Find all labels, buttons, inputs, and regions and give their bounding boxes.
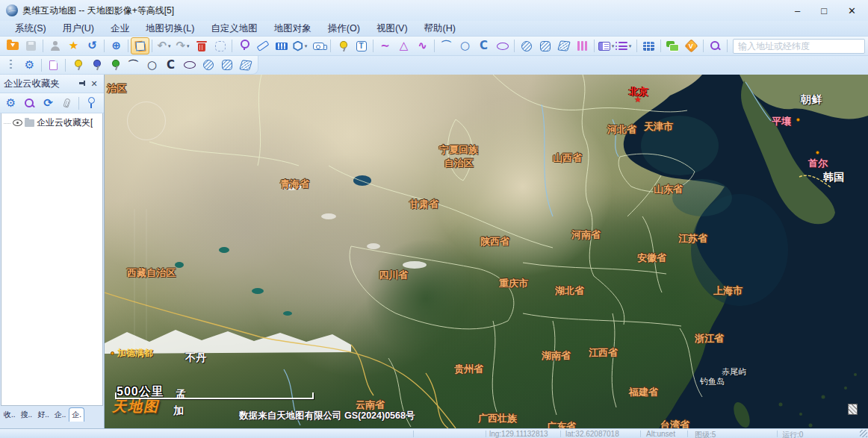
filled-circle-icon [521, 41, 532, 51]
dropdown-arrow-icon[interactable]: ▾ [168, 43, 171, 49]
object-list-icon[interactable]: ▾ [616, 37, 634, 54]
filled-polygon2-icon[interactable] [236, 57, 255, 74]
resize-grip[interactable] [860, 430, 867, 437]
menu-item-2[interactable]: 企业 [103, 22, 137, 36]
open-arc-dark-icon[interactable]: C [161, 57, 180, 74]
filled-polygon-icon[interactable] [554, 37, 573, 54]
autohide-pin-icon[interactable] [76, 78, 88, 90]
chat-icon[interactable] [663, 37, 682, 54]
menu-item-6[interactable]: 操作(O) [320, 22, 368, 36]
measure-area-icon[interactable] [272, 37, 291, 54]
data-table-icon[interactable] [639, 37, 658, 54]
dropdown-arrow-icon[interactable]: ▾ [629, 43, 632, 49]
dropdown-arrow-icon[interactable]: ▾ [305, 43, 308, 49]
circle-dark-icon[interactable]: ○ [143, 57, 161, 74]
sidebar-close-icon[interactable]: ✕ [88, 78, 100, 90]
pushpin-green-icon[interactable] [105, 57, 124, 74]
redo-button[interactable]: ↷▾ [173, 37, 192, 54]
sidebar-tabs: 收..搜..好..企..企. [0, 406, 104, 422]
track-route-icon[interactable]: ↺ [83, 37, 102, 54]
sidebar-tab-0[interactable]: 收.. [1, 408, 18, 422]
map-label: 河南省 [571, 228, 601, 242]
folder-icon [25, 119, 34, 127]
status-item-0: lng:129.11132813 [489, 430, 548, 438]
sidebar-settings-icon[interactable]: ⚙ [1, 95, 20, 112]
undo-button[interactable]: ↶▾ [155, 37, 173, 54]
user-icon[interactable] [46, 37, 64, 54]
sidebar-tab-3[interactable]: 企.. [52, 408, 69, 422]
sidebar-tab-2[interactable]: 好.. [35, 408, 52, 422]
filled-rect-icon[interactable] [536, 37, 554, 54]
close-button[interactable]: ✕ [848, 6, 856, 16]
map-label: 江苏省 [678, 232, 707, 245]
sidebar-refresh-icon[interactable]: ⟳ [39, 95, 58, 112]
visibility-eye-icon[interactable] [13, 119, 22, 126]
drag-grip[interactable] [1, 57, 20, 74]
favorite-star-icon[interactable]: ★ [64, 37, 83, 54]
sidebar-list-icon[interactable] [100, 95, 104, 112]
delete-icon[interactable] [192, 37, 211, 54]
lasso-select-icon[interactable] [211, 37, 229, 54]
app-logo-icon [6, 4, 18, 16]
address-search-input[interactable] [733, 39, 865, 54]
filled-rect2-icon[interactable] [217, 57, 236, 74]
globe-icon[interactable]: ⊕ [107, 37, 125, 54]
filled-circle2-icon[interactable] [199, 57, 217, 74]
menu-item-3[interactable]: 地图切换(L) [138, 22, 202, 36]
circle-icon[interactable]: ○ [456, 37, 474, 54]
delete-icon [198, 43, 205, 51]
badge-tool-icon[interactable]: ▾ [291, 37, 309, 54]
search-icon[interactable] [706, 37, 725, 54]
corridor-icon[interactable] [573, 37, 592, 54]
map-canvas[interactable]: 治区北京朝鲜平壤河北省天津市宁夏回族 自治区山西省首尔韩国青海省山东省甘肃省河南… [105, 75, 868, 428]
pushpin-blue-icon[interactable] [87, 57, 105, 74]
sidebar-tree: ····· 企业云收藏夹[ [1, 113, 103, 406]
open-folder-icon[interactable] [3, 37, 22, 54]
status-item-3: 图级:5 [695, 430, 716, 438]
sidebar-locate-icon[interactable] [81, 95, 100, 112]
maximize-button[interactable]: □ [821, 6, 827, 16]
menu-item-5[interactable]: 地图对象 [267, 22, 319, 36]
arc-dark-icon[interactable]: ⌒ [124, 57, 143, 74]
label-tool-icon[interactable] [309, 37, 328, 54]
pushpin-yellow-icon[interactable] [68, 57, 87, 74]
triangle-icon[interactable]: △ [394, 37, 413, 54]
save-icon[interactable] [22, 37, 40, 54]
menu-item-8[interactable]: 帮助(H) [417, 22, 463, 36]
menu-item-7[interactable]: 视图(V) [369, 22, 415, 36]
open-arc-icon[interactable]: C [474, 37, 493, 54]
secondary-toolbar: ⚙⌒○C [0, 56, 258, 75]
filled-circle-icon[interactable] [517, 37, 536, 54]
polyline-icon[interactable]: ∼ [376, 37, 394, 54]
status-separator [640, 431, 641, 437]
sidebar-search-icon[interactable] [20, 95, 39, 112]
settings-gear-icon[interactable]: ⚙ [20, 57, 39, 74]
tree-item[interactable]: ····· 企业云收藏夹[ [1, 113, 102, 131]
ellipse-dark-icon [184, 61, 196, 69]
new-file-icon[interactable] [44, 57, 63, 74]
dropdown-arrow-icon[interactable]: ▾ [187, 43, 190, 49]
minimize-button[interactable]: – [795, 6, 800, 16]
placemark-icon[interactable] [235, 37, 253, 54]
dropdown-arrow-icon[interactable]: ▾ [612, 43, 615, 49]
sidebar-tab-1[interactable]: 搜.. [19, 408, 35, 422]
select-region-icon[interactable] [131, 37, 149, 54]
sidebar-tab-4[interactable]: 企. [69, 407, 84, 422]
text-tool-icon[interactable]: T [352, 37, 371, 54]
ellipse-icon[interactable] [493, 37, 512, 54]
arc-icon[interactable]: ⌒ [437, 37, 456, 54]
map-label: 治区 [107, 82, 126, 96]
menu-item-0[interactable]: 系统(S) [7, 22, 54, 36]
panel-view-icon[interactable]: ▾ [597, 37, 616, 54]
measure-distance-icon[interactable] [253, 37, 272, 54]
vip-icon[interactable]: V [682, 37, 701, 54]
pushpin-icon[interactable] [333, 37, 352, 54]
menu-item-1[interactable]: 用户(U) [55, 22, 102, 36]
map-range-circle [127, 101, 166, 140]
sidebar-attach-icon[interactable] [58, 95, 76, 112]
ellipse-dark-icon[interactable] [180, 57, 199, 74]
satellite-map-image [105, 75, 868, 428]
arc-dark-icon: ⌒ [128, 60, 139, 71]
curve-icon[interactable]: ∿ [413, 37, 432, 54]
menu-item-4[interactable]: 自定义地图 [203, 22, 265, 36]
